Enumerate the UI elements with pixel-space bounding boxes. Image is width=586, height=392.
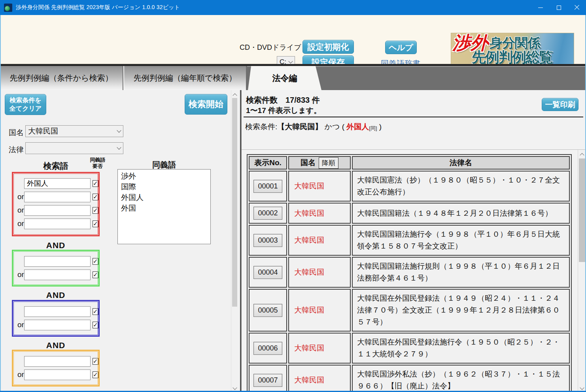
or-label: or: [13, 370, 24, 379]
row-number-button[interactable]: 00006: [253, 342, 282, 355]
search-term-header: 検索語: [12, 160, 100, 172]
search-start-button[interactable]: 検索開始: [185, 94, 227, 115]
term-row: or: [13, 269, 98, 280]
synonym-item[interactable]: 外国: [121, 203, 207, 213]
term-row: [13, 256, 98, 267]
term-input[interactable]: [24, 205, 91, 216]
minimize-button[interactable]: [531, 0, 550, 15]
title-bar: 渉外身分関係 先例判例総覧 2023年版 バージョン 1.0.0 32ビット: [0, 0, 586, 15]
country-select-value: 大韓民国: [28, 126, 58, 136]
scroll-up-icon[interactable]: [578, 151, 586, 158]
country-select[interactable]: 大韓民国: [25, 125, 123, 137]
settings-reset-button[interactable]: 設定初期化: [302, 40, 354, 54]
column-header-law: 法律名: [352, 156, 570, 170]
term-input[interactable]: [24, 256, 91, 267]
country-label: 国名: [9, 128, 24, 138]
scroll-down-icon[interactable]: [578, 384, 586, 391]
synonym-listbox[interactable]: 渉外 国際 外国人 外国: [117, 169, 211, 244]
column-header-country: 国名降順: [288, 156, 351, 170]
term-group-2: or: [12, 250, 100, 286]
row-number-button[interactable]: 00004: [253, 266, 282, 279]
sort-descending-button[interactable]: 降順: [319, 157, 338, 169]
row-number-button[interactable]: 00001: [253, 180, 282, 193]
maximize-button[interactable]: [550, 0, 568, 15]
search-condition-line: 検索条件:【大韓民国】 かつ ( 外国人[同] ): [245, 122, 382, 132]
app-window: 渉外身分関係 先例判例総覧 2023年版 バージョン 1.0.0 32ビット C…: [0, 0, 586, 392]
row-country: 大韓民国: [288, 289, 351, 332]
table-row: 00002 大韓民国 大韓民国国籍法（１９４８年１２月２０日法律第１６号）: [249, 203, 570, 224]
term-row: [13, 356, 98, 367]
or-label: or: [13, 206, 24, 215]
row-number-button[interactable]: 00005: [253, 304, 282, 317]
or-label: or: [13, 219, 24, 228]
table-header-row: 表示No. 国名降順 法律名: [249, 156, 570, 170]
header: CD・DVDドライブ C: 設定初期化 設定保存 ヘルプ 同義語辞書 渉外 身分…: [0, 15, 586, 64]
synonym-checkbox[interactable]: [93, 207, 98, 214]
drive-label: CD・DVDドライブ: [240, 43, 301, 52]
scroll-down-icon[interactable]: [231, 384, 238, 391]
law-select[interactable]: [25, 142, 123, 154]
synonym-checkbox[interactable]: [93, 271, 98, 278]
clear-conditions-button[interactable]: 検索条件を 全てクリア: [5, 94, 46, 115]
row-number-button[interactable]: 00002: [253, 207, 282, 220]
table-row: 00003 大韓民国 大韓民国国籍法施行令（１９９８（平１０）年６月５日大統領令…: [249, 225, 570, 256]
search-panel: 検索条件を 全てクリア 検索開始 国名 大韓民国 法律 検索語 同義語 要否: [0, 90, 231, 392]
row-law-name: 大韓民国国籍法施行規則（１９９８（平１０）年６月１２日法務部令第４６１号）: [352, 257, 570, 288]
term-input[interactable]: [24, 306, 91, 317]
term-row: or: [13, 205, 98, 216]
table-row: 00004 大韓民国 大韓民国国籍法施行規則（１９９８（平１０）年６月１２日法務…: [249, 257, 570, 288]
left-panel-scrollbar[interactable]: [231, 90, 238, 392]
close-button[interactable]: [568, 0, 586, 15]
term-input[interactable]: [24, 219, 91, 229]
term-input[interactable]: [24, 192, 91, 202]
synonym-checkbox[interactable]: [93, 322, 98, 328]
table-scrollbar[interactable]: [578, 150, 586, 392]
condition-synonym-tag: [同]: [369, 125, 377, 131]
row-law-name: 大韓民国憲法（抄）（１９８０（昭５５）・１０・２７全文改正公布施行）: [352, 171, 570, 202]
synonym-item[interactable]: 国際: [121, 181, 207, 192]
or-label: or: [13, 320, 24, 329]
synonym-checkbox[interactable]: [93, 358, 98, 365]
row-number-button[interactable]: 00007: [253, 374, 282, 387]
or-label: or: [13, 270, 24, 279]
term-input[interactable]: [24, 178, 91, 189]
term-input[interactable]: [24, 369, 91, 380]
row-country: 大韓民国: [288, 171, 351, 202]
help-button[interactable]: ヘルプ: [385, 41, 417, 54]
term-group-1: or or or: [12, 172, 100, 236]
synonym-checkbox[interactable]: [93, 194, 98, 200]
law-label: 法律: [9, 145, 24, 155]
synonym-checkbox[interactable]: [93, 371, 98, 378]
window-border: [0, 15, 1, 392]
tab-precedents-by-condition[interactable]: 先例判例編（条件から検索）: [0, 66, 123, 90]
tab-bar: 先例判例編（条件から検索） 先例判例編（編年順で検索） 法令編: [0, 64, 586, 90]
tab-precedents-by-year[interactable]: 先例判例編（編年順で検索）: [123, 66, 246, 90]
and-label: AND: [12, 341, 100, 350]
tab-laws[interactable]: 法令編: [248, 66, 321, 90]
term-input[interactable]: [24, 270, 91, 280]
row-law-name: 大韓民国在外国民登録法（１９４９（昭２４）・１１・２４法律７０号）全文改正（１９…: [352, 289, 570, 332]
synonym-list-header: 同義語: [117, 160, 211, 170]
row-country: 大韓民国: [288, 365, 351, 392]
logo-line2: 先例判例総覧: [472, 48, 552, 65]
scrollbar-thumb[interactable]: [579, 158, 585, 262]
synonym-checkbox[interactable]: [93, 308, 98, 315]
synonym-checkbox[interactable]: [93, 180, 98, 187]
synonym-required-header: 同義語 要否: [87, 157, 108, 169]
row-country: 大韓民国: [288, 225, 351, 256]
and-label: AND: [12, 241, 100, 250]
scroll-up-icon[interactable]: [231, 91, 238, 98]
term-input[interactable]: [24, 356, 91, 367]
close-icon: [574, 5, 580, 10]
term-input[interactable]: [24, 320, 91, 330]
print-list-button[interactable]: 一覧印刷: [542, 98, 578, 111]
synonym-checkbox[interactable]: [93, 258, 98, 265]
synonym-item[interactable]: 外国人: [121, 192, 207, 203]
synonym-checkbox[interactable]: [93, 220, 98, 227]
scrollbar-thumb[interactable]: [232, 98, 237, 307]
product-logo: 渉外 身分関係 先例判例総覧: [451, 33, 574, 65]
and-label: AND: [12, 290, 100, 300]
row-country: 大韓民国: [288, 333, 351, 364]
synonym-item[interactable]: 渉外: [121, 171, 207, 181]
row-number-button[interactable]: 00003: [253, 234, 282, 247]
